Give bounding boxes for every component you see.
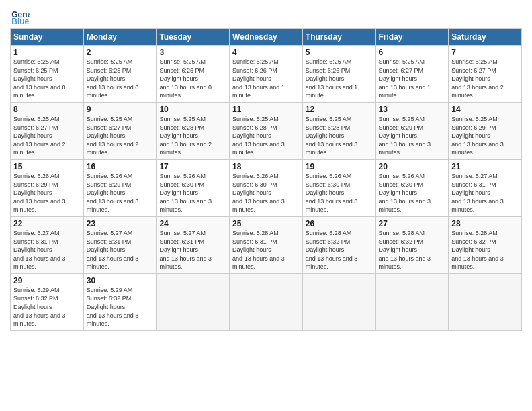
day-info: Sunrise: 5:25 AMSunset: 6:27 PMDaylight … xyxy=(379,58,446,100)
empty-cell xyxy=(449,273,522,330)
day-cell-27: 27Sunrise: 5:28 AMSunset: 6:32 PMDayligh… xyxy=(375,216,449,273)
day-number: 30 xyxy=(87,276,154,285)
day-cell-6: 6Sunrise: 5:25 AMSunset: 6:27 PMDaylight… xyxy=(375,46,449,103)
day-cell-3: 3Sunrise: 5:25 AMSunset: 6:26 PMDaylight… xyxy=(157,46,230,103)
day-number: 19 xyxy=(306,162,373,171)
day-number: 22 xyxy=(13,219,81,228)
day-cell-8: 8Sunrise: 5:25 AMSunset: 6:27 PMDaylight… xyxy=(11,102,84,159)
day-info: Sunrise: 5:25 AMSunset: 6:29 PMDaylight … xyxy=(451,115,519,157)
day-cell-14: 14Sunrise: 5:25 AMSunset: 6:29 PMDayligh… xyxy=(449,102,522,159)
day-info: Sunrise: 5:25 AMSunset: 6:25 PMDaylight … xyxy=(13,58,81,100)
day-number: 7 xyxy=(451,48,519,57)
day-info: Sunrise: 5:29 AMSunset: 6:32 PMDaylight … xyxy=(13,286,81,328)
day-cell-13: 13Sunrise: 5:25 AMSunset: 6:29 PMDayligh… xyxy=(375,102,449,159)
empty-cell xyxy=(230,273,303,330)
day-number: 21 xyxy=(451,162,519,171)
day-number: 8 xyxy=(13,105,81,114)
day-info: Sunrise: 5:25 AMSunset: 6:25 PMDaylight … xyxy=(87,58,154,100)
day-info: Sunrise: 5:25 AMSunset: 6:27 PMDaylight … xyxy=(13,115,81,157)
day-cell-7: 7Sunrise: 5:25 AMSunset: 6:27 PMDaylight… xyxy=(449,46,522,103)
day-info: Sunrise: 5:29 AMSunset: 6:32 PMDaylight … xyxy=(87,286,154,328)
calendar-week-4: 22Sunrise: 5:27 AMSunset: 6:31 PMDayligh… xyxy=(11,216,522,273)
weekday-header-wednesday: Wednesday xyxy=(230,29,303,46)
day-number: 17 xyxy=(159,162,226,171)
day-info: Sunrise: 5:26 AMSunset: 6:30 PMDaylight … xyxy=(379,172,446,214)
day-info: Sunrise: 5:25 AMSunset: 6:26 PMDaylight … xyxy=(159,58,226,100)
svg-text:Blue: Blue xyxy=(11,17,29,26)
logo-icon: General Blue xyxy=(11,9,30,26)
day-info: Sunrise: 5:28 AMSunset: 6:31 PMDaylight … xyxy=(232,229,300,271)
day-number: 23 xyxy=(87,219,154,228)
day-number: 2 xyxy=(87,48,154,57)
day-cell-28: 28Sunrise: 5:28 AMSunset: 6:32 PMDayligh… xyxy=(449,216,522,273)
day-cell-9: 9Sunrise: 5:25 AMSunset: 6:27 PMDaylight… xyxy=(83,102,157,159)
day-number: 28 xyxy=(451,219,519,228)
day-cell-20: 20Sunrise: 5:26 AMSunset: 6:30 PMDayligh… xyxy=(375,159,449,216)
day-number: 11 xyxy=(232,105,300,114)
day-cell-5: 5Sunrise: 5:25 AMSunset: 6:26 PMDaylight… xyxy=(302,46,375,103)
day-cell-17: 17Sunrise: 5:26 AMSunset: 6:30 PMDayligh… xyxy=(157,159,230,216)
day-info: Sunrise: 5:26 AMSunset: 6:30 PMDaylight … xyxy=(306,172,373,214)
day-info: Sunrise: 5:26 AMSunset: 6:29 PMDaylight … xyxy=(87,172,154,214)
day-number: 6 xyxy=(379,48,446,57)
weekday-header-friday: Friday xyxy=(375,29,449,46)
day-cell-18: 18Sunrise: 5:26 AMSunset: 6:30 PMDayligh… xyxy=(230,159,303,216)
weekday-header-saturday: Saturday xyxy=(449,29,522,46)
day-info: Sunrise: 5:27 AMSunset: 6:31 PMDaylight … xyxy=(159,229,226,271)
day-info: Sunrise: 5:25 AMSunset: 6:28 PMDaylight … xyxy=(232,115,300,157)
calendar-week-1: 1Sunrise: 5:25 AMSunset: 6:25 PMDaylight… xyxy=(11,46,522,103)
calendar-page: General Blue SundayMondayTuesdayWednesda… xyxy=(0,0,532,411)
calendar-week-2: 8Sunrise: 5:25 AMSunset: 6:27 PMDaylight… xyxy=(11,102,522,159)
day-cell-30: 30Sunrise: 5:29 AMSunset: 6:32 PMDayligh… xyxy=(83,273,157,330)
day-cell-1: 1Sunrise: 5:25 AMSunset: 6:25 PMDaylight… xyxy=(11,46,84,103)
day-number: 5 xyxy=(306,48,373,57)
day-cell-21: 21Sunrise: 5:27 AMSunset: 6:31 PMDayligh… xyxy=(449,159,522,216)
day-cell-29: 29Sunrise: 5:29 AMSunset: 6:32 PMDayligh… xyxy=(11,273,84,330)
day-info: Sunrise: 5:25 AMSunset: 6:28 PMDaylight … xyxy=(306,115,373,157)
day-number: 24 xyxy=(159,219,226,228)
day-info: Sunrise: 5:25 AMSunset: 6:28 PMDaylight … xyxy=(159,115,226,157)
day-number: 12 xyxy=(306,105,373,114)
logo: General Blue xyxy=(10,9,33,26)
day-cell-15: 15Sunrise: 5:26 AMSunset: 6:29 PMDayligh… xyxy=(11,159,84,216)
day-cell-11: 11Sunrise: 5:25 AMSunset: 6:28 PMDayligh… xyxy=(230,102,303,159)
day-cell-19: 19Sunrise: 5:26 AMSunset: 6:30 PMDayligh… xyxy=(302,159,375,216)
day-number: 10 xyxy=(159,105,226,114)
day-number: 4 xyxy=(232,48,300,57)
day-number: 25 xyxy=(232,219,300,228)
day-number: 18 xyxy=(232,162,300,171)
weekday-header-tuesday: Tuesday xyxy=(157,29,230,46)
day-info: Sunrise: 5:25 AMSunset: 6:26 PMDaylight … xyxy=(232,58,300,100)
day-number: 3 xyxy=(159,48,226,57)
calendar-body: 1Sunrise: 5:25 AMSunset: 6:25 PMDaylight… xyxy=(11,46,522,331)
day-cell-10: 10Sunrise: 5:25 AMSunset: 6:28 PMDayligh… xyxy=(157,102,230,159)
calendar-week-5: 29Sunrise: 5:29 AMSunset: 6:32 PMDayligh… xyxy=(11,273,522,330)
day-number: 16 xyxy=(87,162,154,171)
day-number: 13 xyxy=(379,105,446,114)
calendar-table: SundayMondayTuesdayWednesdayThursdayFrid… xyxy=(10,28,522,331)
day-cell-2: 2Sunrise: 5:25 AMSunset: 6:25 PMDaylight… xyxy=(83,46,157,103)
day-info: Sunrise: 5:25 AMSunset: 6:26 PMDaylight … xyxy=(306,58,373,100)
weekday-header-row: SundayMondayTuesdayWednesdayThursdayFrid… xyxy=(11,29,522,46)
day-info: Sunrise: 5:27 AMSunset: 6:31 PMDaylight … xyxy=(87,229,154,271)
day-number: 29 xyxy=(13,276,81,285)
day-cell-23: 23Sunrise: 5:27 AMSunset: 6:31 PMDayligh… xyxy=(83,216,157,273)
day-cell-24: 24Sunrise: 5:27 AMSunset: 6:31 PMDayligh… xyxy=(157,216,230,273)
day-cell-16: 16Sunrise: 5:26 AMSunset: 6:29 PMDayligh… xyxy=(83,159,157,216)
empty-cell xyxy=(302,273,375,330)
day-number: 9 xyxy=(87,105,154,114)
day-number: 14 xyxy=(451,105,519,114)
day-number: 20 xyxy=(379,162,446,171)
day-info: Sunrise: 5:28 AMSunset: 6:32 PMDaylight … xyxy=(451,229,519,271)
day-info: Sunrise: 5:28 AMSunset: 6:32 PMDaylight … xyxy=(379,229,446,271)
day-info: Sunrise: 5:27 AMSunset: 6:31 PMDaylight … xyxy=(13,229,81,271)
day-cell-4: 4Sunrise: 5:25 AMSunset: 6:26 PMDaylight… xyxy=(230,46,303,103)
day-cell-12: 12Sunrise: 5:25 AMSunset: 6:28 PMDayligh… xyxy=(302,102,375,159)
empty-cell xyxy=(157,273,230,330)
weekday-header-sunday: Sunday xyxy=(11,29,84,46)
calendar-week-3: 15Sunrise: 5:26 AMSunset: 6:29 PMDayligh… xyxy=(11,159,522,216)
empty-cell xyxy=(375,273,449,330)
day-info: Sunrise: 5:28 AMSunset: 6:32 PMDaylight … xyxy=(306,229,373,271)
day-info: Sunrise: 5:27 AMSunset: 6:31 PMDaylight … xyxy=(451,172,519,214)
day-info: Sunrise: 5:25 AMSunset: 6:27 PMDaylight … xyxy=(87,115,154,157)
